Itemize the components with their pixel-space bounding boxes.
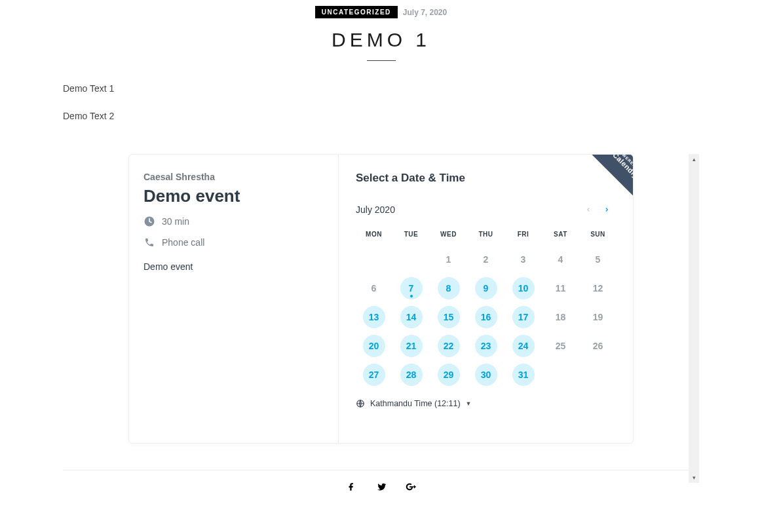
calendar-day-number[interactable]: 31 xyxy=(512,364,535,386)
calendar-day-cell: 1 xyxy=(430,247,467,272)
calendar-day-cell[interactable]: 22 xyxy=(430,333,467,358)
calendly-widget: POWERED BY Calendly Caesal Shrestha Demo… xyxy=(128,154,634,444)
calendar-day-number[interactable]: 16 xyxy=(475,306,497,328)
calendar-day-number[interactable]: 9 xyxy=(475,277,497,299)
calendar-day-cell: 26 xyxy=(580,333,616,358)
scroll-down-button[interactable]: ▾ xyxy=(689,472,699,483)
calendar-day-cell: 5 xyxy=(580,247,616,272)
calendar-day-number: 5 xyxy=(587,248,609,271)
scrollbar-track[interactable]: ▴ ▾ xyxy=(689,154,699,483)
calendar-day-cell[interactable]: 15 xyxy=(430,305,467,330)
calendar-grid: MONTUEWEDTHUFRISATSUN1234567891011121314… xyxy=(356,231,616,387)
calendar-day-cell: 19 xyxy=(580,305,616,330)
calendar-day-number[interactable]: 24 xyxy=(512,335,535,357)
calendar-day-cell[interactable]: 14 xyxy=(393,305,429,330)
calendar-day-cell[interactable]: 29 xyxy=(430,362,467,387)
calendar-day-cell[interactable]: 27 xyxy=(356,362,392,387)
category-badge[interactable]: UNCATEGORIZED xyxy=(315,6,398,18)
facebook-icon[interactable] xyxy=(345,481,357,493)
calendar-day-cell[interactable]: 20 xyxy=(356,333,392,358)
calendar-day-number[interactable]: 28 xyxy=(400,364,423,386)
calendar-day-number: 11 xyxy=(550,277,572,299)
calendar-day-number[interactable]: 15 xyxy=(438,306,460,328)
calendar-day-cell: 18 xyxy=(543,305,579,330)
calendar-day-number[interactable]: 23 xyxy=(475,335,497,357)
prev-month-button[interactable] xyxy=(579,200,598,219)
calendar-day-number[interactable]: 21 xyxy=(400,335,423,357)
calendar-day-number: 26 xyxy=(587,335,609,357)
calendar-day-cell[interactable]: 31 xyxy=(505,362,541,387)
calendar-pane: Select a Date & Time July 2020 MONTUEWED… xyxy=(339,155,633,443)
next-month-button[interactable] xyxy=(598,200,616,219)
calendar-day-number[interactable]: 13 xyxy=(363,306,385,328)
calendar-day-cell: 12 xyxy=(580,276,616,301)
calendar-day-number[interactable]: 20 xyxy=(363,335,385,357)
calendar-day-number: 25 xyxy=(550,335,572,357)
day-of-week-header: MON xyxy=(356,231,392,243)
calendar-day-cell[interactable]: 17 xyxy=(505,305,541,330)
phone-icon xyxy=(143,237,155,248)
scroll-up-button[interactable]: ▴ xyxy=(689,154,699,164)
calendar-day-cell[interactable]: 7 xyxy=(393,276,429,301)
calendar-day-number: 6 xyxy=(363,277,385,299)
calendar-day-cell: 3 xyxy=(505,247,541,272)
calendar-day-number[interactable]: 14 xyxy=(400,306,423,328)
calendar-day-cell: 4 xyxy=(543,247,579,272)
calendar-day-number: 1 xyxy=(438,248,460,271)
twitter-icon[interactable] xyxy=(375,481,387,493)
paragraph: Demo Text 2 xyxy=(63,111,699,121)
day-of-week-header: TUE xyxy=(393,231,429,243)
day-of-week-header: THU xyxy=(468,231,504,243)
calendar-day-cell[interactable]: 21 xyxy=(393,333,429,358)
host-name: Caesal Shrestha xyxy=(143,172,324,182)
location-row: Phone call xyxy=(143,237,324,248)
day-of-week-header: SAT xyxy=(543,231,579,243)
calendar-day-cell: 25 xyxy=(543,333,579,358)
calendar-day-number: 12 xyxy=(587,277,609,299)
event-description: Demo event xyxy=(143,261,324,272)
event-details-pane: Caesal Shrestha Demo event 30 min Phone … xyxy=(129,155,339,443)
post-date: July 7, 2020 xyxy=(403,8,447,17)
timezone-label: Kathmandu Time (12:11) xyxy=(370,399,461,408)
timezone-selector[interactable]: Kathmandu Time (12:11) ▼ xyxy=(356,399,472,408)
calendar-day-number[interactable]: 22 xyxy=(438,335,460,357)
duration-row: 30 min xyxy=(143,216,324,227)
post-content: Demo Text 1 Demo Text 2 ▴ ▾ POWERED BY C… xyxy=(0,61,762,444)
calendar-day-cell[interactable]: 24 xyxy=(505,333,541,358)
calendly-embed: ▴ ▾ POWERED BY Calendly Caesal Shrestha … xyxy=(63,154,699,444)
calendar-day-cell[interactable]: 28 xyxy=(393,362,429,387)
calendar-day-number[interactable]: 8 xyxy=(438,277,460,299)
paragraph: Demo Text 1 xyxy=(63,83,699,94)
calendar-day-cell[interactable]: 16 xyxy=(468,305,504,330)
day-of-week-header: WED xyxy=(430,231,467,243)
globe-icon xyxy=(356,399,365,408)
calendar-day-number[interactable]: 30 xyxy=(475,364,497,386)
event-title: Demo event xyxy=(143,186,324,206)
calendar-day-number[interactable]: 27 xyxy=(363,364,385,386)
calendar-day-cell[interactable]: 13 xyxy=(356,305,392,330)
calendar-day-cell[interactable]: 23 xyxy=(468,333,504,358)
day-of-week-header: FRI xyxy=(505,231,541,243)
calendar-day-number: 19 xyxy=(587,306,609,328)
calendar-day-cell: 6 xyxy=(356,276,392,301)
calendar-day-cell xyxy=(580,362,616,387)
calendar-day-cell[interactable]: 30 xyxy=(468,362,504,387)
day-of-week-header: SUN xyxy=(580,231,616,243)
calendar-day-cell[interactable]: 10 xyxy=(505,276,541,301)
calendar-day-cell[interactable]: 8 xyxy=(430,276,467,301)
google-plus-icon[interactable] xyxy=(406,481,417,493)
calendar-day-number[interactable]: 29 xyxy=(438,364,460,386)
calendar-day-cell: 2 xyxy=(468,247,504,272)
location-text: Phone call xyxy=(162,237,204,248)
duration-text: 30 min xyxy=(162,216,189,227)
calendar-day-number: 18 xyxy=(550,306,572,328)
calendar-day-number[interactable]: 10 xyxy=(512,277,535,299)
calendar-day-cell xyxy=(356,247,392,272)
calendar-day-number: 3 xyxy=(512,248,535,271)
calendar-day-cell[interactable]: 9 xyxy=(468,276,504,301)
calendar-day-number[interactable]: 17 xyxy=(512,306,535,328)
chevron-down-icon: ▼ xyxy=(466,400,472,407)
clock-icon xyxy=(143,216,155,227)
calendar-day-cell xyxy=(543,362,579,387)
calendar-day-number[interactable]: 7 xyxy=(400,277,423,299)
